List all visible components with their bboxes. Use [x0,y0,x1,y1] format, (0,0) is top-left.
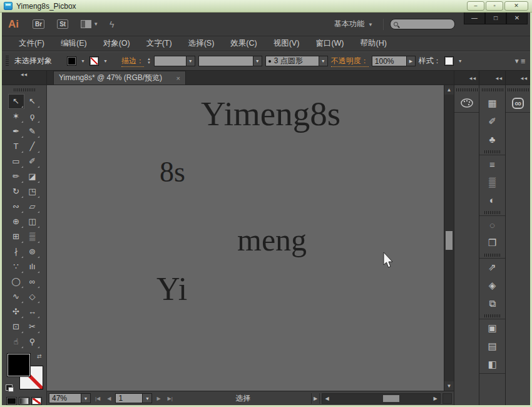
panel-grip[interactable] [6,56,9,67]
menu-view[interactable]: 视图(V) [265,38,308,49]
width-profile-dropdown[interactable]: ▼ [253,56,262,66]
prev-artboard-button[interactable]: ◀ [105,396,113,401]
tools-collapse-button[interactable]: ◀◀ [2,71,47,85]
zoom-tool-icon[interactable]: ⚲ [24,334,41,349]
layers-panel-icon[interactable]: ◈ [479,276,505,294]
scroll-down-icon[interactable]: ▼ [444,381,454,391]
eraser-tool-icon[interactable]: ◪ [24,169,41,184]
transform-panel-icon[interactable]: ▣ [479,319,505,337]
align-panel-icon[interactable]: ▤ [479,337,505,355]
stroke-color-swatch[interactable] [90,56,99,66]
horizontal-scroll-thumb[interactable] [383,395,399,402]
style-swatch[interactable] [444,56,454,66]
fill-indicator[interactable] [7,353,31,377]
pencil-tool-icon[interactable]: ✏ [8,169,24,184]
scroll-right-icon[interactable]: ▶ [431,394,440,403]
artboard-tool-icon[interactable]: ⊡ [8,319,24,334]
stroke-dropdown-arrow[interactable]: ▼ [102,58,109,64]
swatches-panel-icon[interactable]: ▦ [479,94,505,112]
artboards-panel-icon[interactable]: ⧉ [479,294,505,312]
document-tab-close-icon[interactable]: × [176,75,180,82]
last-artboard-button[interactable]: ▶| [165,396,175,401]
arrange-documents-icon[interactable] [81,20,91,28]
width-tool-icon[interactable]: ∾ [8,199,24,214]
menu-type[interactable]: 文字(T) [138,38,180,49]
type-tool-icon[interactable]: T [8,139,24,154]
workspace-switcher[interactable]: 基本功能▼ [334,19,373,29]
scroll-up-icon[interactable]: ▲ [444,85,454,95]
stroke-weight-dropdown[interactable]: ▼ [187,56,195,66]
column-graph-tool-icon[interactable]: ılı [24,259,41,274]
artboard-canvas[interactable]: Yimeng8s8smengYi [47,85,444,391]
magic-wand-tool-icon[interactable]: ✶ [8,109,24,124]
curvature-pen-tool-icon[interactable]: ✎ [24,124,41,139]
shape-builder-tool-icon[interactable]: ⊕ [8,214,24,229]
canvas-text-yi[interactable]: Yi [156,273,187,306]
os-restore-button[interactable]: ▫ [486,1,503,11]
menu-edit[interactable]: 编辑(E) [53,38,95,49]
next-artboard-button[interactable]: ▶ [154,396,163,401]
os-minimize-button[interactable]: – [467,1,484,11]
measure-graph-tool-icon[interactable]: ◇ [24,289,41,304]
default-fill-stroke-icon[interactable] [6,384,13,391]
export-panel-icon[interactable]: ⇗ [479,258,505,276]
paintbrush-tool-icon[interactable]: ✐ [24,154,41,169]
scale-tool-icon[interactable]: ◳ [24,184,41,199]
color-panel-icon[interactable] [454,94,479,112]
canvas-text-yimeng8s[interactable]: Yimeng8s [201,96,340,131]
curve-tool-icon[interactable]: ∿ [8,289,24,304]
color-mode-button[interactable] [6,397,17,405]
graphic-styles-panel-icon[interactable]: ❐ [479,234,505,252]
menu-help[interactable]: 帮助(H) [352,38,395,49]
vertical-scrollbar[interactable]: ▲ ▼ [444,85,454,391]
fill-dropdown-arrow[interactable]: ▼ [79,58,86,64]
swap-fill-stroke-icon[interactable]: ⇄ [37,353,42,359]
rotate-tool-icon[interactable]: ↻ [8,184,24,199]
none-mode-button[interactable] [31,397,42,405]
pen-tool-icon[interactable]: ✒ [8,124,24,139]
liquify-tool-icon[interactable]: ∞ [24,274,41,289]
direct-selection-tool-icon[interactable]: ↖ [24,94,41,109]
brush-definition-field[interactable]: 3 点圆形 [265,56,319,66]
artboard-number-field[interactable]: 1 [115,393,143,403]
appearance-panel-icon[interactable]: ◌ [479,215,505,234]
app-minimize-button[interactable]: — [464,13,485,24]
style-dropdown-arrow[interactable]: ▼ [457,58,464,64]
brushes-panel-icon[interactable]: ✐ [479,112,505,130]
perspective-grid-tool-icon[interactable]: ◫ [24,214,41,229]
width-profile-field[interactable] [198,56,253,66]
transparency-panel-icon[interactable]: ◐ [479,191,505,209]
opacity-label[interactable]: 不透明度： [331,56,369,67]
stroke-weight-field[interactable] [154,56,187,66]
vertical-scroll-thumb[interactable] [446,231,453,250]
rectangle-tool-icon[interactable]: ▭ [8,154,24,169]
pathfinder-panel-icon[interactable]: ◧ [479,355,505,373]
opacity-field[interactable]: 100% [372,56,407,66]
dock-grip[interactable] [456,88,478,91]
document-tab[interactable]: Yimeng8s* @ 47% (RGB/预览) × [53,71,186,85]
bridge-button[interactable]: Br [33,19,44,29]
hand-tool-icon[interactable]: ☝ [8,334,24,349]
dock-collapse-button-a[interactable]: ◀◀ [454,71,479,85]
gradient-panel-icon[interactable]: ▒ [479,173,505,191]
dock-collapse-button-b[interactable]: ◀◀ [479,71,505,85]
horizontal-scrollbar[interactable]: ◀ ▶ [322,393,441,404]
dock-grip[interactable] [482,88,503,91]
symbols-panel-icon[interactable]: ♣ [479,130,505,148]
fill-color-swatch[interactable] [67,56,76,66]
stepper-down-icon[interactable]: ▼ [147,61,151,64]
stroke-weight-stepper[interactable]: ▲ ▼ [147,58,151,64]
menu-window[interactable]: 窗口(W) [307,38,352,49]
symbol-sprayer-tool-icon[interactable]: ∵ [8,259,24,274]
blend-tool-icon[interactable]: ⊚ [24,244,41,259]
menu-effect[interactable]: 效果(C) [222,38,265,49]
app-maximize-button[interactable]: □ [485,13,506,24]
dock-collapse-button-c[interactable]: ◀◀ [505,71,530,85]
dock-grip[interactable] [508,88,529,91]
stroke-weight-label[interactable]: 描边： [121,56,144,67]
touch-workspace-icon[interactable]: ϟ [110,19,114,29]
app-close-button[interactable]: ✕ [506,13,528,24]
search-input[interactable] [390,19,455,29]
artboard-dropdown[interactable]: ▼ [143,393,152,403]
menu-object[interactable]: 对象(O) [95,38,138,49]
